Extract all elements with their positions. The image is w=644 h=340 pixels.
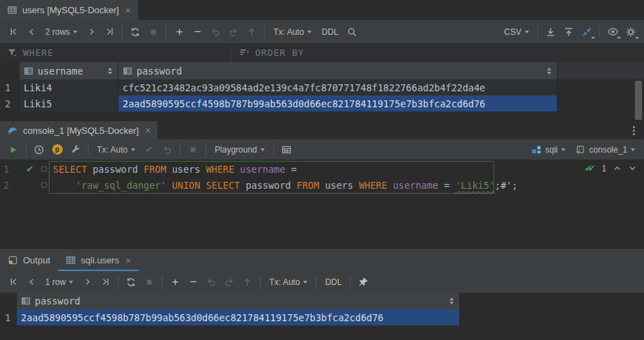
stop-icon[interactable] [140,275,158,290]
ddl-button[interactable]: DDL [320,277,346,287]
cell-username[interactable]: Liki4 [20,79,118,95]
next-result-icon[interactable] [628,164,637,173]
cell-password[interactable]: 2aad5890595ccf4598b787b99ab563d0d66ec821… [17,309,460,325]
column-header-password[interactable]: password [17,293,460,309]
previous-page-button[interactable] [22,24,40,40]
pin-icon[interactable] [354,275,372,290]
delete-row-button[interactable]: − [188,24,206,40]
page-size-dropdown[interactable]: 2 rows [40,27,82,37]
token: username [393,180,438,191]
history-clock-icon[interactable] [30,142,48,157]
tx-mode-dropdown[interactable]: Tx: Auto [268,27,316,37]
run-icon[interactable] [4,142,22,157]
next-page-button[interactable] [82,24,100,40]
submit-icon[interactable] [243,24,261,40]
row-number[interactable]: 2 [0,95,20,111]
undo-icon[interactable] [202,275,220,290]
cell-password[interactable]: 2aad5890595ccf4598b787b99ab563d0d66ec821… [118,95,558,111]
export-format-value: CSV [504,27,521,37]
token [53,180,76,191]
table-icon [7,5,17,15]
revert-icon[interactable] [220,275,238,290]
tab-output[interactable]: Output [0,249,58,272]
vertical-scrollbar[interactable] [635,81,642,120]
column-header-password[interactable]: password [118,62,558,79]
previous-page-button[interactable] [22,275,40,290]
tx-mode-dropdown[interactable]: Tx: Auto [92,145,140,155]
editor-line[interactable]: 1✔SELECT password FROM users WHERE usern… [0,161,644,177]
playground-dropdown[interactable]: Playground [210,145,270,155]
fold-marker[interactable] [38,166,50,172]
fold-marker[interactable] [38,182,50,188]
revert-icon[interactable] [224,24,243,40]
cell-password[interactable]: cfc521c23482ac93a09584ad2e139c4a7fc87077… [118,79,558,95]
rollback-icon[interactable] [158,142,176,157]
previous-result-icon[interactable] [613,164,622,173]
parameters-icon[interactable]: p [48,142,66,157]
cell-username[interactable]: Liki5 [20,95,118,111]
import-data-icon[interactable] [560,24,578,40]
export-format-dropdown[interactable]: CSV [499,27,534,37]
tab-users-table[interactable]: users [MySQL5-Docker] × [0,0,138,20]
compare-data-icon[interactable] [578,24,596,40]
chevron-down-icon [131,148,135,151]
stop-icon[interactable] [144,24,162,40]
tab-console-1[interactable]: console_1 [MySQL5-Docker] × [0,121,158,139]
settings-gear-icon[interactable] [622,24,640,40]
more-options-icon[interactable] [631,124,637,137]
close-icon[interactable]: × [125,256,131,265]
next-page-button[interactable] [78,275,96,290]
add-row-button[interactable]: + [170,24,188,40]
separator [118,276,118,288]
reload-icon[interactable] [122,275,140,290]
grid-rows: 1Liki4cfc521c23482ac93a09584ad2e139c4a7f… [0,79,644,111]
token: = [438,180,455,191]
sort-toggle-icon[interactable] [450,298,455,304]
undo-icon[interactable] [206,24,224,40]
row-number[interactable]: 1 [0,309,17,325]
row-number[interactable]: 1 [0,79,20,95]
code-text[interactable]: 'raw_sql_danger' UNION SELECT password F… [50,180,518,191]
ddl-label: DDL [325,277,342,287]
column-header-username[interactable]: username [20,62,118,79]
token: SELECT [53,164,87,175]
wrench-icon[interactable] [66,142,84,157]
close-icon[interactable]: × [145,125,151,135]
last-page-button[interactable] [100,24,118,40]
session-switcher[interactable]: console_1 [570,144,640,155]
search-icon[interactable] [343,24,361,40]
add-row-button[interactable]: + [166,275,184,290]
first-page-button[interactable] [4,24,22,40]
table-icon [66,255,76,265]
last-page-button[interactable] [96,275,114,290]
commit-check-icon[interactable]: ✔ [140,142,158,157]
token [388,180,393,191]
sort-toggle-icon[interactable] [108,68,114,75]
where-filter-field[interactable]: WHERE [0,43,232,62]
ddl-button[interactable]: DDL [316,27,343,37]
token: username [240,164,285,175]
order-by-filter-field[interactable]: ORDER BY [232,43,305,62]
close-icon[interactable]: × [125,6,131,15]
tab-sqli-users[interactable]: sqli.users × [58,249,139,272]
editor-tabbar: users [MySQL5-Docker] × [0,0,644,21]
export-data-icon[interactable] [542,24,560,40]
output-icon [8,255,18,265]
first-page-button[interactable] [4,275,22,290]
mysql-dolphin-icon [7,125,18,136]
submit-icon[interactable] [238,275,256,290]
editor-line[interactable]: 2 'raw_sql_danger' UNION SELECT password… [0,177,644,193]
page-size-dropdown[interactable]: 1 row [40,277,78,287]
editor-exec-widget: ✔✔ 1 [585,163,637,173]
tx-mode-dropdown[interactable]: Tx: Auto [264,277,312,287]
schema-switcher[interactable]: sqli [526,144,570,155]
code-text[interactable]: SELECT password FROM users WHERE usernam… [50,164,297,175]
separator [537,26,538,38]
sql-editor[interactable]: 1✔SELECT password FROM users WHERE usern… [0,160,644,248]
in-editor-results-icon[interactable] [277,142,296,157]
sort-toggle-icon[interactable] [547,68,553,75]
stop-icon[interactable] [184,142,202,157]
view-options-icon[interactable] [604,24,622,40]
reload-icon[interactable] [126,24,144,40]
delete-row-button[interactable]: − [184,275,202,290]
